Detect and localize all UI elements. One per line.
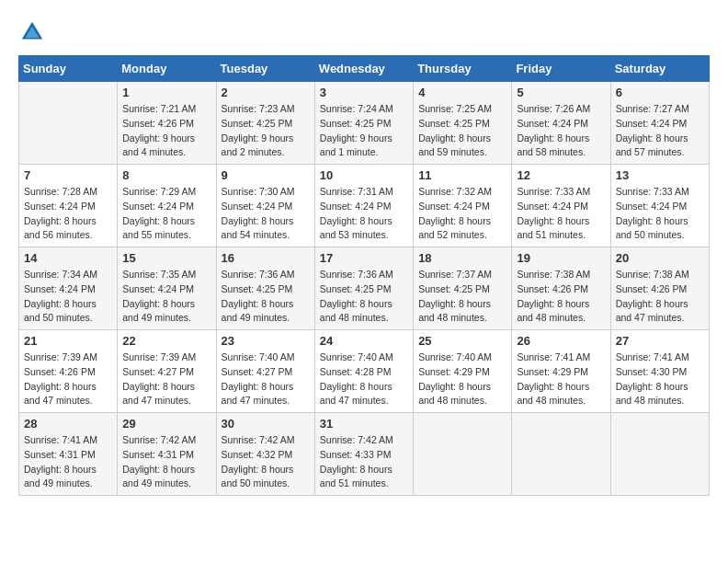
day-number: 31 — [320, 417, 408, 431]
day-number: 27 — [616, 334, 704, 348]
day-info: Sunrise: 7:29 AMSunset: 4:24 PMDaylight:… — [122, 185, 210, 243]
day-number: 26 — [517, 334, 605, 348]
day-info: Sunrise: 7:21 AMSunset: 4:26 PMDaylight:… — [122, 102, 210, 160]
week-row-5: 28Sunrise: 7:41 AMSunset: 4:31 PMDayligh… — [19, 413, 710, 496]
calendar-cell — [610, 413, 709, 496]
day-info: Sunrise: 7:40 AMSunset: 4:28 PMDaylight:… — [320, 350, 408, 408]
day-info: Sunrise: 7:24 AMSunset: 4:25 PMDaylight:… — [320, 102, 408, 160]
day-info: Sunrise: 7:36 AMSunset: 4:25 PMDaylight:… — [320, 268, 408, 326]
day-info: Sunrise: 7:41 AMSunset: 4:30 PMDaylight:… — [616, 350, 704, 408]
day-info: Sunrise: 7:32 AMSunset: 4:24 PMDaylight:… — [418, 185, 506, 243]
day-number: 18 — [418, 251, 506, 265]
logo — [18, 18, 51, 46]
day-info: Sunrise: 7:36 AMSunset: 4:25 PMDaylight:… — [222, 268, 310, 326]
day-number: 24 — [320, 334, 408, 348]
calendar-cell: 4Sunrise: 7:25 AMSunset: 4:25 PMDaylight… — [414, 82, 512, 165]
day-info: Sunrise: 7:25 AMSunset: 4:25 PMDaylight:… — [418, 102, 506, 160]
day-number: 3 — [320, 86, 408, 99]
header-row: SundayMondayTuesdayWednesdayThursdayFrid… — [19, 56, 710, 82]
calendar-cell: 11Sunrise: 7:32 AMSunset: 4:24 PMDayligh… — [414, 165, 512, 247]
day-number: 13 — [616, 168, 704, 182]
calendar-cell — [414, 413, 512, 496]
day-info: Sunrise: 7:27 AMSunset: 4:24 PMDaylight:… — [616, 102, 704, 160]
calendar-cell: 14Sunrise: 7:34 AMSunset: 4:24 PMDayligh… — [19, 247, 118, 330]
calendar-cell: 6Sunrise: 7:27 AMSunset: 4:24 PMDaylight… — [610, 82, 709, 165]
day-header-sunday: Sunday — [19, 56, 118, 82]
day-header-thursday: Thursday — [414, 56, 512, 82]
day-number: 5 — [517, 86, 605, 99]
day-info: Sunrise: 7:30 AMSunset: 4:24 PMDaylight:… — [222, 185, 310, 243]
calendar-cell: 25Sunrise: 7:40 AMSunset: 4:29 PMDayligh… — [414, 330, 512, 413]
calendar-cell: 9Sunrise: 7:30 AMSunset: 4:24 PMDaylight… — [216, 165, 314, 247]
day-number: 15 — [122, 251, 210, 265]
calendar-cell: 3Sunrise: 7:24 AMSunset: 4:25 PMDaylight… — [314, 82, 413, 165]
logo-icon — [18, 18, 46, 46]
header — [18, 18, 710, 46]
day-number: 6 — [616, 86, 704, 99]
calendar-cell: 31Sunrise: 7:42 AMSunset: 4:33 PMDayligh… — [314, 413, 413, 496]
calendar-table: SundayMondayTuesdayWednesdayThursdayFrid… — [18, 55, 710, 496]
day-number: 10 — [320, 168, 408, 182]
day-info: Sunrise: 7:42 AMSunset: 4:32 PMDaylight:… — [222, 433, 310, 491]
day-header-monday: Monday — [118, 56, 216, 82]
day-info: Sunrise: 7:37 AMSunset: 4:25 PMDaylight:… — [418, 268, 506, 326]
day-number: 23 — [222, 334, 310, 348]
day-info: Sunrise: 7:33 AMSunset: 4:24 PMDaylight:… — [517, 185, 605, 243]
calendar-cell: 18Sunrise: 7:37 AMSunset: 4:25 PMDayligh… — [414, 247, 512, 330]
day-info: Sunrise: 7:26 AMSunset: 4:24 PMDaylight:… — [517, 102, 605, 160]
day-number: 14 — [24, 251, 112, 265]
week-row-2: 7Sunrise: 7:28 AMSunset: 4:24 PMDaylight… — [19, 165, 710, 247]
day-info: Sunrise: 7:38 AMSunset: 4:26 PMDaylight:… — [616, 268, 704, 326]
calendar-cell: 12Sunrise: 7:33 AMSunset: 4:24 PMDayligh… — [512, 165, 610, 247]
day-info: Sunrise: 7:35 AMSunset: 4:24 PMDaylight:… — [122, 268, 210, 326]
day-info: Sunrise: 7:39 AMSunset: 4:27 PMDaylight:… — [122, 350, 210, 408]
calendar-cell: 10Sunrise: 7:31 AMSunset: 4:24 PMDayligh… — [314, 165, 413, 247]
calendar-cell: 1Sunrise: 7:21 AMSunset: 4:26 PMDaylight… — [118, 82, 216, 165]
day-info: Sunrise: 7:40 AMSunset: 4:29 PMDaylight:… — [418, 350, 506, 408]
calendar-cell — [19, 82, 118, 165]
day-number: 20 — [616, 251, 704, 265]
day-number: 2 — [222, 86, 310, 99]
day-number: 28 — [24, 417, 112, 431]
day-number: 9 — [222, 168, 310, 182]
calendar-cell: 23Sunrise: 7:40 AMSunset: 4:27 PMDayligh… — [216, 330, 314, 413]
day-header-wednesday: Wednesday — [314, 56, 413, 82]
day-info: Sunrise: 7:23 AMSunset: 4:25 PMDaylight:… — [222, 102, 310, 160]
day-number: 30 — [222, 417, 310, 431]
day-number: 19 — [517, 251, 605, 265]
day-number: 12 — [517, 168, 605, 182]
calendar-cell: 2Sunrise: 7:23 AMSunset: 4:25 PMDaylight… — [216, 82, 314, 165]
day-info: Sunrise: 7:28 AMSunset: 4:24 PMDaylight:… — [24, 185, 112, 243]
calendar-cell: 5Sunrise: 7:26 AMSunset: 4:24 PMDaylight… — [512, 82, 610, 165]
calendar-cell: 15Sunrise: 7:35 AMSunset: 4:24 PMDayligh… — [118, 247, 216, 330]
calendar-cell: 17Sunrise: 7:36 AMSunset: 4:25 PMDayligh… — [314, 247, 413, 330]
calendar-cell: 27Sunrise: 7:41 AMSunset: 4:30 PMDayligh… — [610, 330, 709, 413]
day-header-tuesday: Tuesday — [216, 56, 314, 82]
day-number: 7 — [24, 168, 112, 182]
calendar-cell: 24Sunrise: 7:40 AMSunset: 4:28 PMDayligh… — [314, 330, 413, 413]
day-header-saturday: Saturday — [610, 56, 709, 82]
day-info: Sunrise: 7:38 AMSunset: 4:26 PMDaylight:… — [517, 268, 605, 326]
calendar-cell: 21Sunrise: 7:39 AMSunset: 4:26 PMDayligh… — [19, 330, 118, 413]
day-number: 17 — [320, 251, 408, 265]
calendar-cell: 20Sunrise: 7:38 AMSunset: 4:26 PMDayligh… — [610, 247, 709, 330]
day-number: 29 — [122, 417, 210, 431]
day-info: Sunrise: 7:42 AMSunset: 4:33 PMDaylight:… — [320, 433, 408, 491]
day-number: 22 — [122, 334, 210, 348]
week-row-4: 21Sunrise: 7:39 AMSunset: 4:26 PMDayligh… — [19, 330, 710, 413]
day-header-friday: Friday — [512, 56, 610, 82]
calendar-cell: 16Sunrise: 7:36 AMSunset: 4:25 PMDayligh… — [216, 247, 314, 330]
day-info: Sunrise: 7:39 AMSunset: 4:26 PMDaylight:… — [24, 350, 112, 408]
day-number: 4 — [418, 86, 506, 99]
day-info: Sunrise: 7:34 AMSunset: 4:24 PMDaylight:… — [24, 268, 112, 326]
calendar-cell: 30Sunrise: 7:42 AMSunset: 4:32 PMDayligh… — [216, 413, 314, 496]
day-number: 21 — [24, 334, 112, 348]
day-info: Sunrise: 7:33 AMSunset: 4:24 PMDaylight:… — [616, 185, 704, 243]
week-row-3: 14Sunrise: 7:34 AMSunset: 4:24 PMDayligh… — [19, 247, 710, 330]
day-info: Sunrise: 7:31 AMSunset: 4:24 PMDaylight:… — [320, 185, 408, 243]
calendar-cell: 7Sunrise: 7:28 AMSunset: 4:24 PMDaylight… — [19, 165, 118, 247]
calendar-cell: 28Sunrise: 7:41 AMSunset: 4:31 PMDayligh… — [19, 413, 118, 496]
day-info: Sunrise: 7:41 AMSunset: 4:31 PMDaylight:… — [24, 433, 112, 491]
day-number: 1 — [122, 86, 210, 99]
calendar-cell: 22Sunrise: 7:39 AMSunset: 4:27 PMDayligh… — [118, 330, 216, 413]
